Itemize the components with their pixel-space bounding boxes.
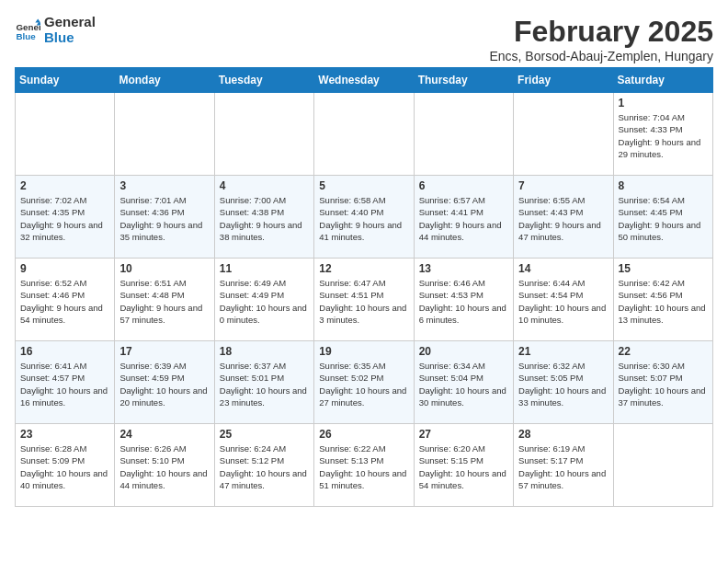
calendar-cell: 22Sunrise: 6:30 AM Sunset: 5:07 PM Dayli…	[613, 341, 712, 424]
calendar-cell: 23Sunrise: 6:28 AM Sunset: 5:09 PM Dayli…	[16, 424, 115, 507]
calendar-cell: 10Sunrise: 6:51 AM Sunset: 4:48 PM Dayli…	[115, 259, 214, 341]
calendar-title-block: February 2025 Encs, Borsod-Abauj-Zemplen…	[489, 15, 713, 63]
calendar-table: SundayMondayTuesdayWednesdayThursdayFrid…	[15, 67, 713, 507]
calendar-cell: 8Sunrise: 6:54 AM Sunset: 4:45 PM Daylig…	[613, 176, 712, 259]
day-number: 14	[518, 262, 608, 275]
calendar-cell: 25Sunrise: 6:24 AM Sunset: 5:12 PM Dayli…	[214, 424, 313, 507]
calendar-week-5: 23Sunrise: 6:28 AM Sunset: 5:09 PM Dayli…	[16, 424, 713, 507]
header-friday: Friday	[514, 68, 613, 93]
day-info: Sunrise: 6:22 AM Sunset: 5:13 PM Dayligh…	[319, 442, 408, 491]
day-number: 11	[220, 262, 309, 275]
day-number: 20	[419, 345, 508, 358]
day-info: Sunrise: 6:57 AM Sunset: 4:41 PM Dayligh…	[419, 194, 508, 243]
calendar-cell: 9Sunrise: 6:52 AM Sunset: 4:46 PM Daylig…	[16, 259, 115, 341]
calendar-cell: 3Sunrise: 7:01 AM Sunset: 4:36 PM Daylig…	[115, 176, 214, 259]
calendar-cell: 7Sunrise: 6:55 AM Sunset: 4:43 PM Daylig…	[514, 176, 613, 259]
day-info: Sunrise: 6:30 AM Sunset: 5:07 PM Dayligh…	[619, 360, 708, 408]
day-info: Sunrise: 7:00 AM Sunset: 4:38 PM Dayligh…	[220, 194, 309, 243]
day-info: Sunrise: 6:55 AM Sunset: 4:43 PM Dayligh…	[518, 194, 608, 243]
day-info: Sunrise: 6:24 AM Sunset: 5:12 PM Dayligh…	[220, 442, 309, 491]
calendar-cell: 28Sunrise: 6:19 AM Sunset: 5:17 PM Dayli…	[514, 424, 613, 507]
calendar-cell	[314, 93, 414, 176]
calendar-cell: 5Sunrise: 6:58 AM Sunset: 4:40 PM Daylig…	[314, 176, 414, 259]
day-info: Sunrise: 7:04 AM Sunset: 4:33 PM Dayligh…	[619, 111, 708, 160]
day-info: Sunrise: 6:58 AM Sunset: 4:40 PM Dayligh…	[319, 194, 408, 243]
header-tuesday: Tuesday	[214, 68, 313, 93]
day-number: 8	[619, 179, 708, 192]
header-saturday: Saturday	[613, 68, 712, 93]
header-monday: Monday	[115, 68, 214, 93]
day-info: Sunrise: 6:37 AM Sunset: 5:01 PM Dayligh…	[220, 360, 309, 408]
month-year-title: February 2025	[489, 15, 713, 49]
calendar-cell: 24Sunrise: 6:26 AM Sunset: 5:10 PM Dayli…	[115, 424, 214, 507]
day-number: 24	[119, 428, 209, 441]
day-info: Sunrise: 6:28 AM Sunset: 5:09 PM Dayligh…	[20, 442, 109, 491]
day-number: 28	[518, 428, 608, 441]
day-info: Sunrise: 6:32 AM Sunset: 5:05 PM Dayligh…	[518, 360, 608, 408]
day-number: 7	[518, 179, 608, 192]
day-number: 25	[220, 428, 309, 441]
logo-icon: General Blue	[15, 17, 40, 43]
day-number: 13	[419, 262, 508, 275]
day-info: Sunrise: 6:51 AM Sunset: 4:48 PM Dayligh…	[119, 277, 209, 326]
day-number: 26	[319, 428, 408, 441]
day-info: Sunrise: 6:54 AM Sunset: 4:45 PM Dayligh…	[619, 194, 708, 243]
day-info: Sunrise: 6:34 AM Sunset: 5:04 PM Dayligh…	[419, 360, 508, 408]
day-number: 21	[518, 345, 608, 358]
calendar-week-4: 16Sunrise: 6:41 AM Sunset: 4:57 PM Dayli…	[16, 341, 713, 424]
day-number: 19	[319, 345, 408, 358]
day-number: 9	[20, 262, 109, 275]
day-info: Sunrise: 6:41 AM Sunset: 4:57 PM Dayligh…	[20, 360, 109, 408]
day-number: 17	[119, 345, 209, 358]
day-info: Sunrise: 6:19 AM Sunset: 5:17 PM Dayligh…	[518, 442, 608, 491]
day-number: 6	[419, 179, 508, 192]
day-info: Sunrise: 6:35 AM Sunset: 5:02 PM Dayligh…	[319, 360, 408, 408]
calendar-cell	[214, 93, 313, 176]
calendar-cell	[115, 93, 214, 176]
calendar-cell: 17Sunrise: 6:39 AM Sunset: 4:59 PM Dayli…	[115, 341, 214, 424]
day-info: Sunrise: 6:52 AM Sunset: 4:46 PM Dayligh…	[20, 277, 109, 326]
calendar-cell: 27Sunrise: 6:20 AM Sunset: 5:15 PM Dayli…	[414, 424, 513, 507]
day-info: Sunrise: 6:47 AM Sunset: 4:51 PM Dayligh…	[319, 277, 408, 326]
calendar-cell: 12Sunrise: 6:47 AM Sunset: 4:51 PM Dayli…	[314, 259, 414, 341]
page-header: General Blue General Blue February 2025 …	[15, 15, 713, 63]
day-number: 3	[119, 179, 209, 192]
header-wednesday: Wednesday	[314, 68, 414, 93]
day-info: Sunrise: 6:49 AM Sunset: 4:49 PM Dayligh…	[220, 277, 309, 326]
day-info: Sunrise: 6:26 AM Sunset: 5:10 PM Dayligh…	[119, 442, 209, 491]
day-info: Sunrise: 6:20 AM Sunset: 5:15 PM Dayligh…	[419, 442, 508, 491]
calendar-cell: 15Sunrise: 6:42 AM Sunset: 4:56 PM Dayli…	[613, 259, 712, 341]
day-number: 12	[319, 262, 408, 275]
calendar-cell	[16, 93, 115, 176]
day-number: 2	[20, 179, 109, 192]
day-number: 1	[619, 97, 708, 109]
calendar-cell: 4Sunrise: 7:00 AM Sunset: 4:38 PM Daylig…	[214, 176, 313, 259]
calendar-cell: 6Sunrise: 6:57 AM Sunset: 4:41 PM Daylig…	[414, 176, 513, 259]
header-thursday: Thursday	[414, 68, 513, 93]
day-number: 5	[319, 179, 408, 192]
header-sunday: Sunday	[16, 68, 115, 93]
day-info: Sunrise: 6:42 AM Sunset: 4:56 PM Dayligh…	[619, 277, 708, 326]
calendar-cell	[514, 93, 613, 176]
calendar-cell: 18Sunrise: 6:37 AM Sunset: 5:01 PM Dayli…	[214, 341, 313, 424]
calendar-cell: 13Sunrise: 6:46 AM Sunset: 4:53 PM Dayli…	[414, 259, 513, 341]
calendar-week-2: 2Sunrise: 7:02 AM Sunset: 4:35 PM Daylig…	[16, 176, 713, 259]
location-subtitle: Encs, Borsod-Abauj-Zemplen, Hungary	[489, 49, 713, 63]
svg-text:Blue: Blue	[16, 30, 36, 40]
day-info: Sunrise: 7:01 AM Sunset: 4:36 PM Dayligh…	[119, 194, 209, 243]
calendar-cell: 1Sunrise: 7:04 AM Sunset: 4:33 PM Daylig…	[613, 93, 712, 176]
day-info: Sunrise: 6:39 AM Sunset: 4:59 PM Dayligh…	[119, 360, 209, 408]
day-number: 23	[20, 428, 109, 441]
calendar-week-3: 9Sunrise: 6:52 AM Sunset: 4:46 PM Daylig…	[16, 259, 713, 341]
calendar-cell: 21Sunrise: 6:32 AM Sunset: 5:05 PM Dayli…	[514, 341, 613, 424]
day-number: 22	[619, 345, 708, 358]
day-number: 10	[119, 262, 209, 275]
day-number: 27	[419, 428, 508, 441]
calendar-header-row: SundayMondayTuesdayWednesdayThursdayFrid…	[16, 68, 713, 93]
svg-marker-2	[35, 18, 40, 22]
calendar-cell: 14Sunrise: 6:44 AM Sunset: 4:54 PM Dayli…	[514, 259, 613, 341]
calendar-cell: 16Sunrise: 6:41 AM Sunset: 4:57 PM Dayli…	[16, 341, 115, 424]
calendar-cell: 20Sunrise: 6:34 AM Sunset: 5:04 PM Dayli…	[414, 341, 513, 424]
day-info: Sunrise: 6:44 AM Sunset: 4:54 PM Dayligh…	[518, 277, 608, 326]
day-number: 15	[619, 262, 708, 275]
